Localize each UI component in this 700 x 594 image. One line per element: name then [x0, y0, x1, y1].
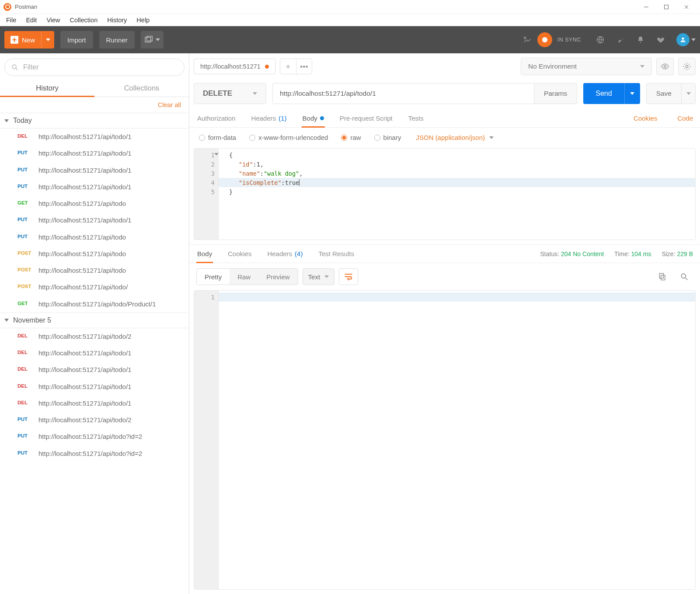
history-item[interactable]: DELhttp://localhost:51271/api/todo/2 — [0, 328, 188, 345]
history-item[interactable]: PUThttp://localhost:51271/api/todo/1 — [0, 145, 188, 162]
subtab-authorization[interactable]: Authorization — [196, 109, 237, 127]
save-button-caret[interactable] — [681, 83, 695, 104]
menu-edit[interactable]: Edit — [21, 16, 41, 24]
history-url: http://localhost:51271/api/todo/1 — [38, 365, 184, 374]
radio-x-www-form[interactable]: x-www-form-urlencoded — [249, 134, 328, 141]
sidebar-tab-collections[interactable]: Collections — [94, 80, 189, 97]
history-item[interactable]: DELhttp://localhost:51271/api/todo/1 — [0, 361, 188, 378]
notifications-icon[interactable] — [636, 35, 645, 44]
history-day-header[interactable]: November 5 — [0, 313, 188, 328]
subtab-tests[interactable]: Tests — [407, 109, 425, 127]
collapse-triangle-icon — [4, 319, 9, 322]
cookies-link[interactable]: Cookies — [634, 115, 657, 122]
history-day-header[interactable]: Today — [0, 113, 188, 129]
menu-help[interactable]: Help — [132, 16, 154, 24]
save-button[interactable]: Save — [646, 83, 696, 104]
editor-code[interactable]: { "id":1, "name":"walk dog", "isComplete… — [219, 149, 695, 240]
history-item[interactable]: PUThttp://localhost:51271/api/todo/1 — [0, 179, 188, 195]
environment-select[interactable]: No Environment — [521, 58, 652, 75]
method-select[interactable]: DELETE — [194, 83, 266, 104]
request-tab[interactable]: http://localhost:51271 — [194, 59, 275, 74]
code-link[interactable]: Code — [677, 115, 693, 122]
menu-file[interactable]: File — [2, 16, 21, 24]
history-item[interactable]: DELhttp://localhost:51271/api/todo/1 — [0, 379, 188, 395]
url-input[interactable]: http://localhost:51271/api/todo/1 — [272, 83, 534, 104]
send-button[interactable]: Send — [583, 83, 640, 104]
history-item[interactable]: PUThttp://localhost:51271/api/todo/1 — [0, 212, 188, 229]
sidebar: Filter History Collections Clear all Tod… — [0, 53, 189, 594]
tab-options-button[interactable]: ••• — [296, 59, 312, 75]
history-url: http://localhost:51271/api/todo/Product/… — [38, 300, 184, 309]
response-tab-headers[interactable]: Headers (4) — [266, 245, 303, 263]
view-preview[interactable]: Preview — [258, 269, 297, 285]
history-item[interactable]: PUThttp://localhost:51271/api/todo/2 — [0, 412, 188, 428]
wrap-toggle[interactable] — [339, 268, 358, 285]
history-item[interactable]: POSThttp://localhost:51271/api/todo/ — [0, 279, 188, 295]
history-item[interactable]: PUThttp://localhost:51271/api/todo — [0, 229, 188, 246]
gear-icon — [683, 62, 691, 71]
menu-view[interactable]: View — [42, 16, 64, 24]
history-item[interactable]: PUThttp://localhost:51271/api/todo?id=2 — [0, 445, 188, 462]
history-item[interactable]: DELhttp://localhost:51271/api/todo/1 — [0, 395, 188, 412]
response-body-editor[interactable]: 1 — [194, 290, 696, 590]
search-response-button[interactable] — [676, 268, 693, 285]
runner-button[interactable]: Runner — [99, 31, 135, 49]
history-url: http://localhost:51271/api/todo/1 — [38, 382, 184, 391]
history-item[interactable]: GEThttp://localhost:51271/api/todo — [0, 195, 188, 212]
history-list[interactable]: TodayDELhttp://localhost:51271/api/todo/… — [0, 113, 189, 594]
response-mode-select[interactable]: Text — [303, 268, 335, 285]
response-tab-tests[interactable]: Test Results — [317, 245, 355, 263]
history-item[interactable]: POSThttp://localhost:51271/api/todo — [0, 246, 188, 262]
history-url: http://localhost:51271/api/todo/1 — [38, 166, 184, 175]
environment-quicklook-button[interactable] — [656, 58, 674, 75]
heart-icon[interactable] — [656, 35, 665, 44]
capture-icon[interactable] — [522, 35, 532, 45]
import-button[interactable]: Import — [60, 31, 93, 49]
history-item[interactable]: DELhttp://localhost:51271/api/todo/1 — [0, 129, 188, 145]
history-method: DEL — [17, 132, 34, 139]
subtab-body[interactable]: Body — [302, 109, 325, 127]
menu-history[interactable]: History — [103, 16, 131, 24]
modified-dot-icon — [320, 116, 324, 120]
environment-settings-button[interactable] — [678, 58, 696, 75]
subtab-prerequest[interactable]: Pre-request Script — [339, 109, 394, 127]
history-item[interactable]: GEThttp://localhost:51271/api/todo/Produ… — [0, 296, 188, 313]
account-menu[interactable] — [676, 33, 696, 46]
response-meta: Status: 204 No Content Time: 104 ms Size… — [540, 250, 693, 257]
radio-form-data[interactable]: form-data — [199, 134, 236, 141]
response-tab-body[interactable]: Body — [196, 245, 213, 263]
radio-raw[interactable]: raw — [341, 134, 361, 141]
new-button-caret[interactable] — [41, 31, 54, 49]
proxy-icon[interactable] — [596, 35, 605, 44]
request-body-editor[interactable]: 1 2 3 4 5 { "id":1, "name":"walk dog", "… — [194, 148, 696, 240]
settings-icon[interactable] — [616, 35, 625, 44]
menu-collection[interactable]: Collection — [66, 16, 102, 24]
new-window-button[interactable] — [141, 31, 164, 49]
sync-icon[interactable] — [537, 32, 552, 47]
view-pretty[interactable]: Pretty — [197, 269, 230, 285]
content-type-select[interactable]: JSON (application/json) — [416, 134, 494, 141]
history-item[interactable]: PUThttp://localhost:51271/api/todo/1 — [0, 162, 188, 179]
radio-binary[interactable]: binary — [374, 134, 401, 141]
history-method: PUT — [17, 449, 34, 455]
sidebar-tab-history[interactable]: History — [0, 80, 94, 97]
copy-response-button[interactable] — [654, 268, 671, 285]
subtab-headers[interactable]: Headers (1) — [251, 109, 288, 127]
history-method: POST — [17, 283, 34, 289]
maximize-button[interactable] — [656, 0, 676, 14]
add-tab-button[interactable]: + — [280, 59, 296, 75]
clear-all-link[interactable]: Clear all — [158, 101, 181, 108]
close-button[interactable] — [676, 0, 697, 14]
history-item[interactable]: PUThttp://localhost:51271/api/todo?id=2 — [0, 428, 188, 445]
view-raw[interactable]: Raw — [230, 269, 258, 285]
new-button[interactable]: + New — [4, 31, 54, 49]
history-item[interactable]: DELhttp://localhost:51271/api/todo/1 — [0, 345, 188, 361]
send-button-caret[interactable] — [624, 83, 640, 104]
history-item[interactable]: POSThttp://localhost:51271/api/todo — [0, 262, 188, 279]
search-icon — [11, 63, 19, 71]
filter-input[interactable]: Filter — [4, 59, 185, 76]
params-button[interactable]: Params — [534, 83, 577, 104]
svg-point-12 — [686, 65, 688, 67]
response-tab-cookies[interactable]: Cookies — [227, 245, 252, 263]
minimize-button[interactable] — [636, 0, 656, 14]
